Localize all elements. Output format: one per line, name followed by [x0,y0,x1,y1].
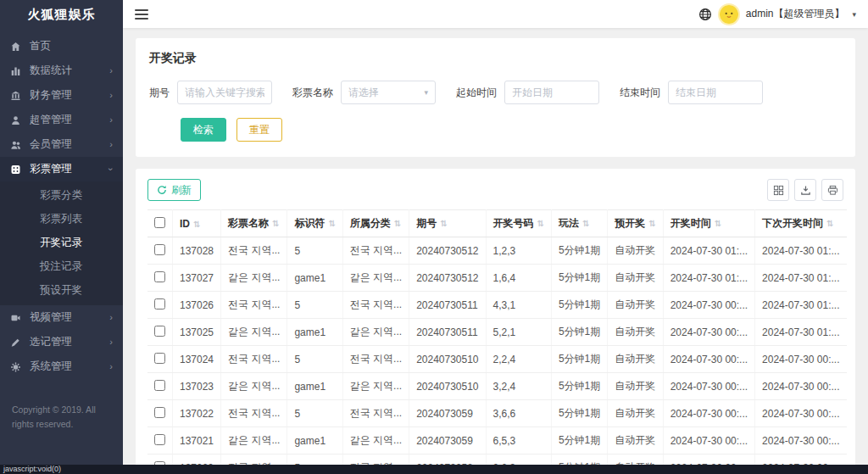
sidebar-item-preset-draw[interactable]: 预设开奖 [0,278,123,302]
video-icon [10,312,22,323]
column-header[interactable]: 玩法⇅ [551,210,607,237]
column-header[interactable]: 下次开奖时间⇅ [755,210,847,237]
refresh-button[interactable]: 刷新 [147,179,201,201]
dice-icon [10,164,22,175]
sort-icon[interactable]: ⇅ [440,219,447,228]
sidebar-item-home[interactable]: 首页 [0,34,123,59]
row-checkbox[interactable] [154,353,165,364]
chevron-right-icon: › [109,115,113,125]
select-all-checkbox[interactable] [154,217,165,228]
table-cell: 2024-07-30 01:... [663,237,754,265]
table-cell: 自动开奖 [608,237,663,265]
sort-icon[interactable]: ⇅ [537,219,544,228]
table-cell: 自动开奖 [608,427,663,454]
row-checkbox-cell [147,265,173,292]
table-row: 137025같은 지역...game1같은 지역...202407305115,… [147,319,847,346]
language-globe-icon[interactable] [698,8,712,21]
sort-icon[interactable]: ⇅ [648,219,655,228]
sidebar: 火狐狸娱乐 首页 数据统计 › 财务管理 › [0,0,123,474]
download-icon[interactable] [794,179,816,201]
start-date-input[interactable] [504,81,599,104]
table-row: 137022전국 지역...5전국 지역...20240730593,6,65分… [147,400,847,427]
start-time-label: 起始时间 [456,86,497,100]
column-header[interactable]: 预开奖⇅ [608,210,663,237]
refresh-button-label: 刷新 [171,183,192,198]
app-window: 火狐狸娱乐 首页 数据统计 › 财务管理 › [0,0,868,474]
table-cell: 2024-07-30 00:... [755,346,847,373]
hamburger-menu-icon[interactable] [135,9,148,20]
table-cell: game1 [287,319,342,346]
filter-start-time: 起始时间 [456,81,599,104]
end-date-input[interactable] [668,81,763,104]
browser-status-bar: javascript:void(0) [0,465,868,474]
sidebar-item-members[interactable]: 会员管理 › [0,132,123,157]
sidebar-menu: 首页 数据统计 › 财务管理 › 超管管理 [0,34,123,379]
issue-search-input[interactable] [177,81,272,104]
records-table: ID⇅彩票名称⇅标识符⇅所属分类⇅期号⇅开奖号码⇅玩法⇅预开奖⇅开奖时间⇅下次开… [147,209,847,474]
sidebar-item-system[interactable]: 系统管理 › [0,354,123,379]
user-menu[interactable]: admin【超级管理员】 [746,7,845,21]
table-cell: 같은 지역... [221,265,287,292]
sort-icon[interactable]: ⇅ [328,219,335,228]
sort-icon[interactable]: ⇅ [193,220,200,229]
chevron-right-icon: › [109,66,113,75]
row-checkbox[interactable] [154,271,165,282]
search-button[interactable]: 检索 [181,118,226,142]
table-cell: 2024073059 [409,427,486,454]
sort-icon[interactable]: ⇅ [582,219,589,228]
reset-button[interactable]: 重置 [236,118,282,142]
user-menu-caret-icon[interactable]: ▾ [852,10,856,19]
sidebar-item-superadmin[interactable]: 超管管理 › [0,108,123,132]
row-checkbox[interactable] [154,298,165,309]
user-avatar[interactable] [720,5,738,24]
sidebar-item-draw-records[interactable]: 开奖记录 [0,231,123,254]
columns-grid-icon[interactable] [767,179,789,201]
lottery-name-select[interactable]: 请选择 ▾ [341,81,436,104]
table-cell: 20240730511 [409,319,486,346]
sidebar-item-lottery-list[interactable]: 彩票列表 [0,207,123,231]
sidebar-item-stats[interactable]: 数据统计 › [0,59,123,83]
row-checkbox[interactable] [154,326,165,337]
sidebar-item-label: 会员管理 [30,137,72,152]
column-header[interactable]: ID⇅ [173,210,221,237]
sidebar-item-video[interactable]: 视频管理 › [0,305,123,330]
sort-icon[interactable]: ⇅ [715,219,721,228]
topbar-right: admin【超级管理员】 ▾ [698,5,856,24]
sort-icon[interactable]: ⇅ [272,219,279,228]
print-icon[interactable] [821,179,843,201]
sort-icon[interactable]: ⇅ [826,219,833,228]
table-cell: 전국 지역... [221,237,287,265]
column-header[interactable]: 彩票名称⇅ [221,210,287,237]
table-cell: 5分钟1期 [551,237,607,265]
table-cell: 5分钟1期 [551,292,607,319]
sidebar-item-lottery-category[interactable]: 彩票分类 [0,183,123,207]
sidebar-item-finance[interactable]: 财务管理 › [0,83,123,108]
column-header[interactable]: 开奖时间⇅ [663,210,754,237]
column-header[interactable]: 期号⇅ [409,210,486,237]
table-cell: 3,2,4 [486,373,551,400]
lottery-submenu: 彩票分类 彩票列表 开奖记录 投注记录 预设开奖 [0,181,123,305]
sort-icon[interactable]: ⇅ [394,219,401,228]
row-checkbox[interactable] [154,407,165,418]
column-header[interactable]: 开奖号码⇅ [486,210,551,237]
table-cell: 같은 지역... [342,373,409,400]
table-cell: 2024-07-30 00:... [663,346,754,373]
row-checkbox[interactable] [154,244,165,255]
refresh-icon [157,185,167,195]
sidebar-item-label: 数据统计 [30,64,72,78]
sidebar-item-lottery[interactable]: 彩票管理 › [0,157,123,181]
row-checkbox[interactable] [154,380,165,391]
sidebar-item-notes[interactable]: 选记管理 › [0,330,123,354]
row-checkbox[interactable] [154,434,165,445]
table-cell: 같은 지역... [342,265,409,292]
table-cell: 전국 지역... [342,237,409,265]
table-body: 137028전국 지역...5전국 지역...202407305121,2,35… [147,237,847,474]
row-checkbox-cell [147,319,173,346]
column-header[interactable]: 标识符⇅ [287,210,342,237]
column-header[interactable]: 所属分类⇅ [342,210,409,237]
table-row: 137024전국 지역...5전국 지역...202407305102,2,45… [147,346,847,373]
table-cell: 2024-07-30 00:... [663,400,754,427]
gear-icon [10,361,22,372]
sidebar-item-bet-records[interactable]: 投注记录 [0,254,123,278]
chevron-right-icon: › [109,337,113,347]
